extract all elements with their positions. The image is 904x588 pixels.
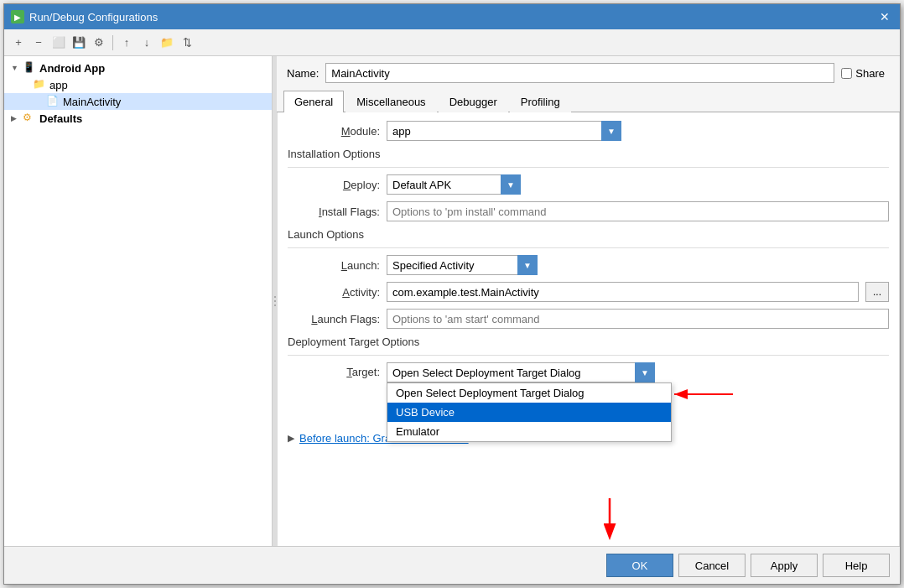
main-content: ▼ 📱 Android App 📁 app 📄 MainActivity ▶ ⚙… <box>4 56 900 546</box>
activity-icon: 📄 <box>46 95 60 108</box>
launch-select-wrapper: Nothing Default Activity Specified Activ… <box>387 255 538 275</box>
tab-debugger[interactable]: Debugger <box>439 91 508 112</box>
sort-icon: ⇅ <box>183 36 192 49</box>
activity-input[interactable] <box>387 282 859 302</box>
add-config-button[interactable]: + <box>9 34 28 52</box>
close-button[interactable]: ✕ <box>876 8 893 25</box>
title-bar: ▶ Run/Debug Configurations ✕ <box>4 4 900 29</box>
tree-item-label: app <box>49 79 68 91</box>
target-option-emulator[interactable]: Emulator <box>387 422 671 441</box>
deployment-section-title: Deployment Target Options <box>288 336 889 348</box>
deploy-select[interactable]: Default APK Nothing <box>387 174 521 195</box>
remove-config-button[interactable]: − <box>29 34 48 52</box>
folder-icon: 📁 <box>33 78 46 91</box>
module-row: Module: app ▼ <box>288 121 889 141</box>
target-value: Open Select Deployment Target Dialog <box>392 367 581 379</box>
target-label: Target: <box>288 366 380 378</box>
install-flags-row: Install Flags: <box>288 201 889 221</box>
dialog-icon: ▶ <box>11 10 24 23</box>
up-icon: ↑ <box>124 36 130 49</box>
tree-item-android-app[interactable]: ▼ 📱 Android App <box>4 60 272 76</box>
tree-item-label: Android App <box>39 62 105 75</box>
tree-item-label: MainActivity <box>63 96 121 108</box>
tab-miscellaneous[interactable]: Miscellaneous <box>345 91 436 112</box>
tree-item-mainactivity[interactable]: 📄 MainActivity <box>4 93 272 110</box>
install-flags-label: Install Flags: <box>288 206 380 218</box>
folder-button[interactable]: 📁 <box>158 34 176 52</box>
launch-flags-row: Launch Flags: <box>288 309 889 329</box>
toolbar: + − ⬜ 💾 ⚙ ↑ ↓ 📁 ⇅ <box>4 29 900 56</box>
module-select[interactable]: app <box>387 121 621 141</box>
expand-arrow: ▼ <box>11 64 21 72</box>
down-icon: ↓ <box>144 36 150 49</box>
right-panel: Name: Share General Miscellaneous Debugg… <box>277 56 900 546</box>
tab-general[interactable]: General <box>283 91 344 112</box>
red-arrow-svg <box>670 386 737 403</box>
remove-icon: − <box>35 36 42 49</box>
cancel-button[interactable]: Cancel <box>678 554 746 577</box>
deploy-select-wrapper: Default APK Nothing ▼ <box>387 174 521 195</box>
activity-browse-button[interactable]: ... <box>865 282 889 302</box>
install-flags-input[interactable] <box>387 201 889 221</box>
target-row: Target: Open Select Deployment Target Di… <box>288 362 889 403</box>
name-label: Name: <box>287 67 319 80</box>
tabs-row: General Miscellaneous Debugger Profiling <box>277 90 900 112</box>
target-dropdown-list: Open Select Deployment Target Dialog USB… <box>387 382 672 442</box>
tree-item-defaults[interactable]: ▶ ⚙ Defaults <box>4 110 272 127</box>
launch-flags-input[interactable] <box>387 309 889 329</box>
share-checkbox[interactable] <box>841 68 852 79</box>
launch-flags-label: Launch Flags: <box>288 313 380 325</box>
title-bar-left: ▶ Run/Debug Configurations <box>11 10 158 23</box>
module-select-wrapper: app ▼ <box>387 121 621 141</box>
target-option-dialog[interactable]: Open Select Deployment Target Dialog <box>387 383 671 403</box>
help-button[interactable]: Help <box>823 554 890 577</box>
copy-config-button[interactable]: ⬜ <box>49 34 68 52</box>
target-select-wrapper: Open Select Deployment Target Dialog ▼ <box>387 362 655 382</box>
launch-row: Launch: Nothing Default Activity Specifi… <box>288 255 889 275</box>
sort-button[interactable]: ⇅ <box>178 34 196 52</box>
name-input[interactable] <box>325 63 834 83</box>
before-launch-arrow[interactable]: ▶ <box>288 433 294 444</box>
tree-item-app[interactable]: 📁 app <box>4 76 272 93</box>
save-config-button[interactable]: 💾 <box>70 34 88 52</box>
name-row: Name: Share <box>277 56 900 90</box>
add-icon: + <box>15 36 22 49</box>
folder-icon: 📁 <box>160 36 174 49</box>
tab-profiling[interactable]: Profiling <box>510 91 571 112</box>
deploy-label: Deploy: <box>288 179 380 191</box>
android-app-icon: 📱 <box>23 61 36 75</box>
defaults-icon: ⚙ <box>23 112 36 125</box>
tree-item-label: Defaults <box>39 112 82 125</box>
resizer-dots <box>274 296 276 306</box>
target-select-display[interactable]: Open Select Deployment Target Dialog <box>387 362 655 382</box>
deploy-row: Deploy: Default APK Nothing ▼ <box>288 174 889 195</box>
divider-1 <box>288 167 889 168</box>
settings-icon: ⚙ <box>94 36 104 49</box>
expand-arrow: ▶ <box>11 114 21 122</box>
target-dropdown-container: Open Select Deployment Target Dialog ▼ O… <box>387 362 655 382</box>
target-option-usb[interactable]: USB Device <box>387 403 671 422</box>
left-panel: ▼ 📱 Android App 📁 app 📄 MainActivity ▶ ⚙… <box>4 56 273 546</box>
share-label: Share <box>855 67 885 80</box>
ok-button[interactable]: OK <box>606 554 673 577</box>
divider-2 <box>288 247 889 248</box>
apply-button[interactable]: Apply <box>751 554 818 577</box>
module-label: Module: <box>288 125 380 138</box>
copy-icon: ⬜ <box>52 36 65 49</box>
toolbar-separator-1 <box>112 35 113 50</box>
ok-arrow-svg <box>584 498 652 540</box>
activity-row: Activity: ... <box>288 282 889 302</box>
move-down-button[interactable]: ↓ <box>138 34 156 52</box>
launch-label: Launch: <box>288 259 380 272</box>
dialog-title: Run/Debug Configurations <box>29 11 158 23</box>
tab-content-general: Module: app ▼ Installation Options De <box>277 112 900 546</box>
settings-button[interactable]: ⚙ <box>90 34 108 52</box>
move-up-button[interactable]: ↑ <box>117 34 136 52</box>
launch-select[interactable]: Nothing Default Activity Specified Activ… <box>387 255 538 275</box>
activity-label: Activity: <box>288 286 380 299</box>
save-icon: 💾 <box>72 36 86 49</box>
run-debug-dialog: ▶ Run/Debug Configurations ✕ + − ⬜ 💾 ⚙ ↑… <box>3 3 901 585</box>
launch-section-title: Launch Options <box>288 228 889 241</box>
installation-section-title: Installation Options <box>288 148 889 160</box>
share-row: Share <box>841 67 885 80</box>
